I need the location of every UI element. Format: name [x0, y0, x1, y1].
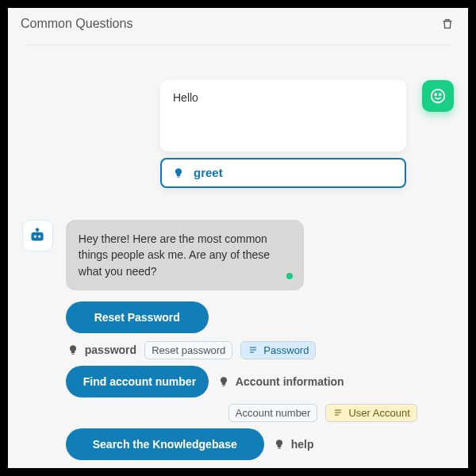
intent-tag[interactable]: password — [66, 343, 136, 357]
user-message[interactable]: Hello — [160, 80, 406, 152]
panel-header: Common Questions — [8, 8, 468, 35]
svg-point-1 — [432, 90, 445, 103]
bot-avatar — [22, 220, 53, 251]
intent-tag[interactable]: help — [272, 437, 314, 451]
bot-row: Hey there! Here are the most common thin… — [22, 220, 454, 468]
quick-reply-meta: help — [272, 437, 314, 451]
entity-type-label: User Account — [348, 407, 409, 419]
svg-rect-0 — [177, 177, 180, 178]
svg-rect-11 — [278, 447, 281, 448]
intent-pill[interactable]: greet — [160, 158, 406, 188]
user-avatar — [422, 80, 454, 112]
bot-message[interactable]: Hey there! Here are the most common thin… — [66, 220, 304, 290]
intent-label: greet — [194, 166, 223, 179]
panel: Common Questions Hello greet — [8, 8, 468, 468]
svg-point-2 — [435, 94, 436, 95]
quick-reply-meta: Account information — [217, 374, 344, 389]
smiley-icon — [429, 87, 447, 105]
svg-point-3 — [440, 94, 441, 95]
svg-point-6 — [38, 235, 40, 237]
quick-reply-row: Reset Password password Reset password P… — [66, 301, 454, 359]
quick-replies: Reset Password password Reset password P… — [66, 301, 454, 462]
lightbulb-icon — [171, 166, 186, 180]
svg-rect-4 — [32, 232, 44, 241]
user-row: Hello greet — [22, 80, 454, 188]
svg-rect-10 — [222, 385, 225, 386]
quick-reply-row: Search the Knowledgebase help — [66, 427, 454, 462]
entity-value-chip[interactable]: Account number — [228, 404, 318, 422]
trash-icon — [441, 17, 454, 31]
entity-icon — [248, 345, 259, 355]
svg-rect-8 — [37, 229, 38, 232]
entity-type-label: Password — [263, 344, 309, 356]
quick-reply-meta: password Reset password Password — [66, 341, 317, 359]
quick-reply-subrow: Account number User Account — [66, 404, 454, 422]
entity-value-chip[interactable]: Reset password — [144, 341, 232, 359]
intent-tag[interactable]: Account information — [217, 374, 344, 389]
quick-reply-button[interactable]: Find account number — [66, 366, 209, 397]
user-column: Hello greet — [160, 80, 406, 188]
intent-name: password — [85, 344, 136, 356]
lightbulb-icon — [217, 374, 231, 389]
lightbulb-icon — [66, 343, 80, 357]
entity-type-chip[interactable]: User Account — [325, 404, 416, 422]
svg-rect-9 — [71, 354, 75, 355]
panel-title: Common Questions — [21, 17, 132, 31]
svg-point-5 — [34, 235, 36, 237]
intent-name: Account information — [236, 375, 344, 388]
conversation: Hello greet — [8, 45, 468, 468]
bot-message-text: Hey there! Here are the most common thin… — [79, 232, 270, 278]
entity-type-chip[interactable]: Password — [240, 341, 316, 359]
delete-button[interactable] — [440, 16, 455, 32]
robot-icon — [27, 225, 48, 246]
intent-name: help — [291, 438, 314, 451]
quick-reply-button[interactable]: Search the Knowledgebase — [66, 428, 264, 460]
quick-reply-row: Find account number Account information — [66, 364, 454, 399]
entity-icon — [332, 408, 344, 417]
lightbulb-icon — [272, 437, 286, 451]
status-dot-icon — [286, 273, 293, 279]
quick-reply-button[interactable]: Reset Password — [66, 301, 209, 333]
bot-column: Hey there! Here are the most common thin… — [66, 220, 454, 468]
